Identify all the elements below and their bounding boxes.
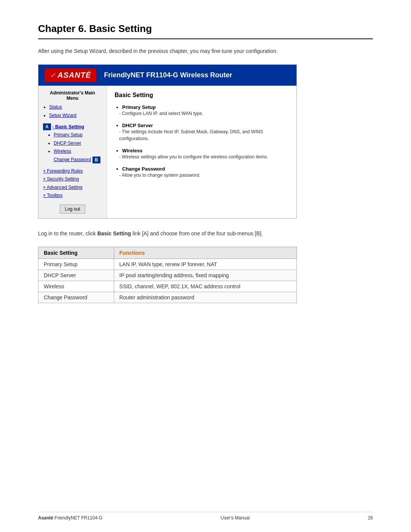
footer-product: FriendlyNET FR1104-G: [54, 515, 102, 521]
asante-logo: ✓ ASANTÉ: [45, 69, 96, 82]
router-model-title: FriendlyNET FR1104-G Wireless Router: [104, 71, 232, 79]
footer-manual: User's Manual: [221, 515, 250, 521]
table-header-basic-setting: Basic Setting: [38, 247, 114, 259]
router-item-wireless: Wireless - Wireless settings allow you t…: [115, 147, 289, 160]
item-title-wireless: Wireless: [122, 148, 142, 153]
sidebar-sub-links: Primary Setup DHCP Server Wireless Chang…: [43, 131, 102, 164]
desc-text: Log in to the router, click Basic Settin…: [38, 229, 373, 238]
sidebar-main-links: Status Setup Wizard: [43, 103, 102, 120]
table-cell-setting: Wireless: [38, 281, 114, 292]
sidebar-basic-setting-group: A - Basic Setting Primary Setup DHCP Ser…: [43, 123, 102, 164]
logout-button-wrap: Log out: [43, 204, 102, 214]
sidebar-link-setup-wizard[interactable]: Setup Wizard: [49, 112, 102, 120]
logo-text: ASANTÉ: [57, 71, 91, 80]
logout-button[interactable]: Log out: [60, 204, 85, 214]
table-cell-functions: LAN IP, WAN type, renew IP forever, NAT: [114, 259, 296, 270]
sidebar-link-wireless[interactable]: Wireless: [54, 147, 102, 156]
functions-table: Basic Setting Functions Primary Setup LA…: [38, 247, 297, 303]
footer-brand-name: Asanté: [38, 515, 53, 521]
table-row: Change Password Router administration pa…: [38, 292, 297, 303]
sidebar-link-forwarding-rules[interactable]: + Forwarding Rules: [43, 167, 102, 176]
router-header: ✓ ASANTÉ FriendlyNET FR1104-G Wireless R…: [38, 65, 296, 86]
table-cell-setting: Change Password: [38, 292, 114, 303]
table-row: Wireless SSID, channel, WEP, 802.1X, MAC…: [38, 281, 297, 292]
router-item-dhcp-server: DHCP Server - The settings include Host …: [115, 122, 289, 142]
intro-text: After using the Setup Wizard, described …: [38, 47, 373, 55]
sidebar-link-primary-setup[interactable]: Primary Setup: [54, 131, 102, 139]
logo-checkmark: ✓: [50, 71, 56, 80]
router-body: Administrator's MainMenu Status Setup Wi…: [38, 86, 296, 218]
table-cell-functions: Router administration password: [114, 292, 296, 303]
item-title-dhcp-server: DHCP Server: [122, 123, 153, 128]
table-cell-functions: SSID, channel, WEP, 802.1X, MAC address …: [114, 281, 296, 292]
router-sidebar: Administrator's MainMenu Status Setup Wi…: [38, 86, 107, 218]
footer-page-number: 26: [368, 515, 373, 521]
sidebar-link-change-password[interactable]: Change Password: [54, 156, 91, 164]
item-desc-primary-setup: - Configure LAN IP, and select WAN type.: [115, 110, 289, 117]
sidebar-group-links: + Forwarding Rules + Security Setting + …: [43, 167, 102, 200]
sidebar-link-security-setting[interactable]: + Security Setting: [43, 175, 102, 184]
table-cell-setting: Primary Setup: [38, 259, 114, 270]
table-row: Primary Setup LAN IP, WAN type, renew IP…: [38, 259, 297, 270]
router-main-title: Basic Setting: [115, 92, 289, 99]
chapter-title: Chapter 6. Basic Setting: [38, 23, 373, 39]
router-item-primary-setup: Primary Setup - Configure LAN IP, and se…: [115, 104, 289, 117]
item-desc-wireless: - Wireless settings allow you to configu…: [115, 153, 289, 160]
sidebar-link-basic-setting[interactable]: - Basic Setting: [53, 123, 84, 131]
page-footer: Asanté FriendlyNET FR1104-G User's Manua…: [38, 512, 373, 521]
table-header-functions: Functions: [114, 247, 296, 259]
item-title-primary-setup: Primary Setup: [122, 104, 156, 110]
sidebar-link-toolbox[interactable]: + Toolbox: [43, 192, 102, 200]
sidebar-menu-title: Administrator's MainMenu: [43, 90, 102, 101]
a-badge: A: [43, 123, 51, 130]
sidebar-link-advanced-setting[interactable]: + Advanced Setting: [43, 184, 102, 192]
footer-brand: Asanté FriendlyNET FR1104-G: [38, 515, 102, 521]
table-cell-setting: DHCP Server: [38, 270, 114, 281]
b-badge: B: [92, 157, 100, 163]
item-title-change-password: Change Password: [122, 166, 165, 172]
item-desc-dhcp-server: - The settings include Host IP, Subnet M…: [115, 128, 289, 142]
router-item-change-password: Change Password - Allow you to change sy…: [115, 166, 289, 179]
router-ui-screenshot: ✓ ASANTÉ FriendlyNET FR1104-G Wireless R…: [38, 64, 297, 219]
table-row: DHCP Server IP pool starting/ending addr…: [38, 270, 297, 281]
sidebar-link-status[interactable]: Status: [49, 103, 102, 112]
sidebar-link-dhcp-server[interactable]: DHCP Server: [54, 139, 102, 148]
router-main-content: Basic Setting Primary Setup - Configure …: [107, 86, 296, 218]
table-cell-functions: IP pool starting/ending address, fixed m…: [114, 270, 296, 281]
item-desc-change-password: - Allow you to change system password.: [115, 172, 289, 179]
